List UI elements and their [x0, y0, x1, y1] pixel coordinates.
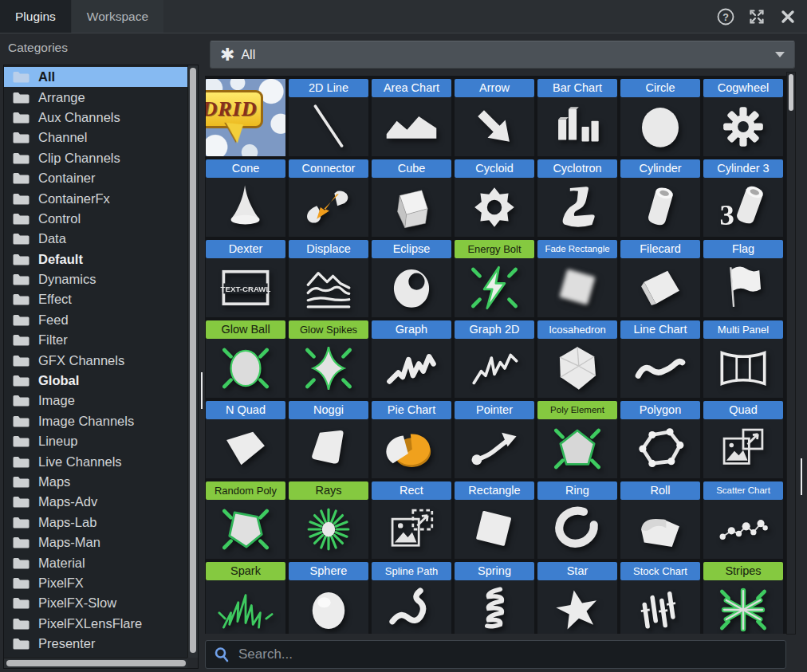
- plugin-tile-energy-bolt[interactable]: Energy Bolt: [455, 240, 534, 317]
- grid-vertical-scrollbar[interactable]: [786, 72, 796, 635]
- plugin-tile-cube[interactable]: Cube: [372, 159, 451, 237]
- scrollbar-thumb[interactable]: [6, 660, 186, 666]
- sidebar-item-default[interactable]: Default: [4, 250, 187, 269]
- plugin-tile-thumbnail: [372, 178, 451, 237]
- plugin-tile-circle[interactable]: Circle: [620, 79, 700, 156]
- sidebar-item-material[interactable]: Material: [4, 552, 187, 572]
- sidebar-item-image-channels[interactable]: Image Channels: [4, 411, 187, 431]
- plugin-tile-roll[interactable]: Roll: [620, 481, 700, 559]
- plugin-tile-flag[interactable]: Flag: [703, 240, 783, 317]
- plugin-tile-drid-thumbnail[interactable]: DRID: [206, 79, 285, 156]
- plugin-tile-multi-panel[interactable]: Multi Panel: [703, 320, 783, 398]
- plugin-tile-cylinder-3[interactable]: Cylinder 33: [703, 159, 783, 237]
- sidebar-item-channel[interactable]: Channel: [4, 128, 187, 147]
- plugin-tile-eclipse[interactable]: Eclipse: [372, 240, 451, 317]
- plugin-tile-rays[interactable]: Rays: [289, 481, 368, 559]
- search-input[interactable]: [237, 646, 777, 663]
- plugin-tile-cylinder[interactable]: Cylinder: [620, 159, 700, 237]
- sidebar-item-global[interactable]: Global: [4, 371, 187, 391]
- plugin-tile-sphere[interactable]: Sphere: [289, 562, 368, 634]
- panel-splitter[interactable]: [199, 33, 205, 672]
- tab-plugins[interactable]: Plugins: [0, 0, 71, 33]
- search-box[interactable]: [205, 640, 786, 669]
- sidebar-item-dynamics[interactable]: Dynamics: [4, 269, 187, 289]
- plugin-tile-connector[interactable]: Connector: [289, 159, 368, 237]
- sidebar-item-maps-adv[interactable]: Maps-Adv: [4, 492, 187, 512]
- plugin-tile-rectangle[interactable]: Rectangle: [455, 481, 534, 559]
- plugin-tile-thumbnail: [455, 178, 534, 237]
- scrollbar-thumb[interactable]: [190, 68, 196, 653]
- plugin-tile-ring[interactable]: Ring: [537, 481, 617, 559]
- sidebar-item-all[interactable]: All: [4, 67, 187, 87]
- sidebar-item-effect[interactable]: Effect: [4, 289, 187, 309]
- plugin-tile-spline-path[interactable]: Spline Path: [372, 562, 451, 634]
- sidebar-item-containerfx[interactable]: ContainerFx: [4, 188, 187, 208]
- plugin-tile-displace[interactable]: Displace: [289, 240, 368, 317]
- plugin-tile-n-quad[interactable]: N Quad: [206, 401, 285, 478]
- plugin-tile-spring[interactable]: Spring: [455, 562, 534, 634]
- close-icon[interactable]: [779, 8, 797, 26]
- plugin-tile-glow-spikes[interactable]: Glow Spikes: [289, 320, 368, 398]
- categories-vertical-scrollbar[interactable]: [187, 65, 198, 658]
- plugin-tile-spark[interactable]: Spark: [206, 562, 285, 634]
- plugin-tile-star[interactable]: Star: [537, 562, 617, 634]
- sidebar-item-container[interactable]: Container: [4, 168, 187, 188]
- plugin-tile-noggi[interactable]: Noggi: [289, 401, 368, 478]
- plugin-tile-filecard[interactable]: Filecard: [620, 240, 700, 317]
- sidebar-item-live-channels[interactable]: Live Channels: [4, 451, 187, 471]
- splitter-handle[interactable]: [201, 372, 203, 409]
- plugin-tile-quad[interactable]: Quad: [703, 401, 783, 478]
- plugin-tile-area-chart[interactable]: Area Chart: [372, 79, 451, 156]
- sidebar-item-arrange[interactable]: Arrange: [4, 87, 187, 107]
- sidebar-item-maps[interactable]: Maps: [4, 472, 187, 492]
- sidebar-item-lineup[interactable]: Lineup: [4, 431, 187, 451]
- plugin-tile-glow-ball[interactable]: Glow Ball: [206, 320, 285, 398]
- plugin-tile-dexter[interactable]: DexterTEXT-CRAWL: [206, 240, 285, 317]
- plugin-tile-icosahedron[interactable]: Icosahedron: [537, 320, 617, 398]
- plugin-tile-cyclotron[interactable]: Cyclotron: [537, 159, 617, 237]
- sidebar-item-maps-lab[interactable]: Maps-Lab: [4, 513, 187, 532]
- plugin-tile-stock-chart[interactable]: Stock Chart: [620, 562, 700, 634]
- sidebar-item-gfx-channels[interactable]: GFX Channels: [4, 350, 187, 370]
- sidebar-item-aux-channels[interactable]: Aux Channels: [4, 108, 187, 128]
- plugin-tile-arrow[interactable]: Arrow: [455, 79, 534, 156]
- plugin-tile-cogwheel[interactable]: Cogwheel: [703, 79, 783, 156]
- sidebar-item-clip-channels[interactable]: Clip Channels: [4, 148, 187, 168]
- scrollbar-thumb[interactable]: [789, 74, 793, 111]
- sidebar-item-data[interactable]: Data: [4, 229, 187, 249]
- resize-handle[interactable]: [801, 458, 802, 495]
- maximize-icon[interactable]: [748, 8, 766, 26]
- plugin-tile-rect[interactable]: Rect: [372, 481, 451, 559]
- sidebar-item-pixelfx-slow[interactable]: PixelFX-Slow: [4, 593, 187, 613]
- tab-workspace[interactable]: Workspace: [72, 0, 163, 33]
- plugin-tile-line-chart[interactable]: Line Chart: [620, 320, 700, 398]
- category-filter-dropdown[interactable]: ✱ All: [210, 41, 795, 69]
- sidebar-item-pixelfxlensflare[interactable]: PixelFXLensFlare: [4, 614, 187, 634]
- plugin-tile-stripes[interactable]: Stripes: [703, 562, 783, 634]
- sidebar-item-maps-man[interactable]: Maps-Man: [4, 532, 187, 552]
- plugin-tile-scatter-chart[interactable]: Scatter Chart: [703, 481, 783, 559]
- plugin-tile-graph-2d[interactable]: Graph 2D: [455, 320, 534, 398]
- energy-bolt-icon: [458, 261, 531, 315]
- plugin-tile-fade-rectangle[interactable]: Fade Rectangle: [537, 240, 617, 317]
- window-right-edge[interactable]: [796, 33, 807, 672]
- plugin-tile-cone[interactable]: Cone: [206, 159, 285, 237]
- sidebar-item-image[interactable]: Image: [4, 391, 187, 411]
- plugin-tile-poly-element[interactable]: Poly Element: [537, 401, 617, 478]
- sidebar-item-presenter[interactable]: Presenter: [4, 634, 187, 654]
- plugin-tile-pie-chart[interactable]: Pie Chart: [372, 401, 451, 478]
- scrollbar-corner: [187, 658, 198, 668]
- sidebar-item-feed[interactable]: Feed: [4, 310, 187, 330]
- plugin-tile-polygon[interactable]: Polygon: [620, 401, 700, 478]
- plugin-tile-random-poly[interactable]: Random Poly: [206, 481, 285, 559]
- plugin-tile-bar-chart[interactable]: Bar Chart: [537, 79, 617, 156]
- plugin-tile-graph[interactable]: Graph: [372, 320, 451, 398]
- sidebar-item-control[interactable]: Control: [4, 209, 187, 229]
- plugin-tile-2d-line[interactable]: 2D Line: [289, 79, 368, 156]
- categories-horizontal-scrollbar[interactable]: [4, 658, 187, 668]
- sidebar-item-pixelfx[interactable]: PixelFX: [4, 573, 187, 593]
- sidebar-item-filter[interactable]: Filter: [4, 330, 187, 350]
- help-icon[interactable]: ?: [717, 8, 734, 26]
- plugin-tile-pointer[interactable]: Pointer: [455, 401, 534, 478]
- plugin-tile-cycloid[interactable]: Cycloid: [455, 159, 534, 237]
